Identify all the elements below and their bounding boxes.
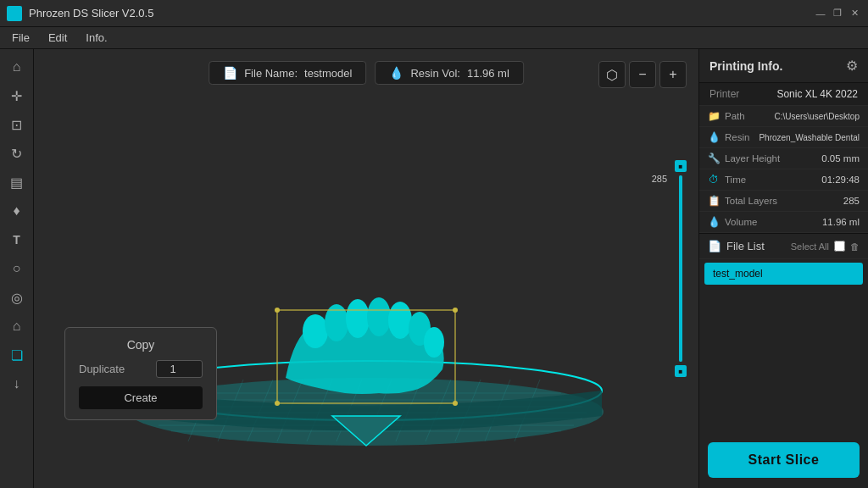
select-all-checkbox[interactable]	[834, 241, 845, 252]
svg-point-25	[367, 297, 391, 336]
time-value: 01:29:48	[821, 175, 860, 185]
build-tool[interactable]: ⌂	[4, 313, 30, 339]
layer-number: 285	[652, 174, 667, 184]
start-slice-button[interactable]: Start Slice	[708, 442, 860, 478]
file-icon: 📄	[223, 66, 237, 80]
total-layers-row: 📋 Total Layers 285	[699, 191, 868, 212]
layers-tool[interactable]: ▤	[4, 169, 30, 195]
file-list-item[interactable]: test_model	[704, 263, 863, 285]
svg-point-24	[346, 299, 370, 338]
copy-popup: Copy Duplicate Create	[64, 327, 217, 420]
printer-row: Printer Sonic XL 4K 2022	[699, 83, 868, 106]
layer-bar	[679, 175, 682, 362]
move-tool[interactable]: ✛	[4, 83, 30, 108]
file-list-header: 📄 File List Select All 🗑	[699, 234, 868, 259]
copy-duplicate-input[interactable]	[156, 360, 203, 378]
file-list-section: 📄 File List Select All 🗑 test_model	[699, 233, 868, 288]
layer-height-icon: 🔧	[708, 152, 720, 164]
resin-info-value: Phrozen_Washable Dental	[759, 133, 860, 142]
printing-info-title: Printing Info.	[709, 59, 782, 73]
left-toolbar: ⌂ ✛ ⊡ ↻ ▤ ♦ T ○ ◎ ⌂ ❏ ↓	[0, 49, 34, 488]
path-icon: 📁	[708, 110, 720, 122]
title-bar: Phrozen DS Slicer V2.0.5 — ❐ ✕	[0, 0, 868, 27]
resin-info-icon: 💧	[708, 131, 720, 143]
right-panel-spacer	[699, 288, 868, 442]
printer-label: Printer	[709, 88, 739, 100]
layer-bar-fill	[679, 175, 682, 362]
copy-tool[interactable]: ❏	[4, 342, 30, 368]
copy-popup-title: Copy	[79, 338, 203, 352]
volume-row: 💧 Volume 11.96 ml	[699, 212, 868, 233]
path-row: 📁 Path C:\Users\user\Desktop	[699, 106, 868, 127]
viewport-info-bar: 📄 File Name: testmodel 💧 Resin Vol: 11.9…	[209, 61, 524, 85]
text-tool[interactable]: T	[4, 227, 30, 252]
maximize-button[interactable]: ❐	[831, 7, 844, 20]
layer-handle-top[interactable]: ■	[675, 160, 687, 172]
file-list-icon: 📄	[708, 240, 721, 252]
settings-icon[interactable]: ⚙	[846, 58, 858, 74]
layer-height-label: Layer Height	[725, 153, 780, 164]
rotate-tool[interactable]: ↻	[4, 141, 30, 166]
layer-height-row: 🔧 Layer Height 0.05 mm	[699, 148, 868, 169]
time-icon: ⏱	[708, 174, 720, 186]
minimize-button[interactable]: —	[814, 7, 827, 20]
svg-point-32	[275, 401, 280, 406]
viewport-controls: ⬡ − +	[598, 61, 687, 88]
menu-info[interactable]: Info.	[77, 30, 115, 46]
zoom-in-button[interactable]: +	[659, 61, 687, 88]
import-tool[interactable]: ↓	[4, 371, 30, 396]
copy-create-button[interactable]: Create	[79, 386, 203, 409]
main-area: ⌂ ✛ ⊡ ↻ ▤ ♦ T ○ ◎ ⌂ ❏ ↓ 📄 File Name: tes…	[0, 49, 868, 488]
layer-height-value: 0.05 mm	[821, 153, 860, 164]
menu-edit[interactable]: Edit	[40, 30, 75, 46]
printer-value: Sonic XL 4K 2022	[776, 88, 858, 100]
copy-duplicate-label: Duplicate	[79, 363, 125, 375]
select-all-label[interactable]: Select All	[791, 241, 829, 252]
info-table: 📁 Path C:\Users\user\Desktop 💧 Resin Phr…	[699, 106, 868, 233]
file-list-title: File List	[726, 240, 765, 252]
svg-point-26	[388, 302, 412, 339]
resin-row: 💧 Resin Phrozen_Washable Dental	[699, 127, 868, 148]
resin-vol-pill: 💧 Resin Vol: 11.96 ml	[375, 61, 523, 85]
svg-point-30	[275, 308, 280, 313]
printing-info-header: Printing Info. ⚙	[699, 49, 868, 83]
view-3d-button[interactable]: ⬡	[598, 61, 626, 88]
svg-point-28	[424, 327, 444, 358]
resin-icon: 💧	[389, 66, 403, 80]
window-controls[interactable]: — ❐ ✕	[814, 7, 861, 20]
circle-tool[interactable]: ○	[4, 256, 30, 281]
ring-tool[interactable]: ◎	[4, 285, 30, 310]
scale-tool[interactable]: ⊡	[4, 112, 30, 137]
layer-handle-bottom[interactable]: ■	[675, 365, 687, 377]
menu-file[interactable]: File	[3, 30, 38, 46]
zoom-out-button[interactable]: −	[629, 61, 656, 88]
title-bar-left: Phrozen DS Slicer V2.0.5	[7, 6, 153, 21]
3d-scene	[34, 49, 698, 488]
file-label: File Name:	[244, 67, 298, 80]
copy-popup-row: Duplicate	[79, 360, 203, 378]
app-title: Phrozen DS Slicer V2.0.5	[29, 7, 153, 19]
path-label: Path	[725, 111, 745, 121]
layer-indicator[interactable]: ■ 285 ■	[675, 160, 687, 377]
viewport: 📄 File Name: testmodel 💧 Resin Vol: 11.9…	[34, 49, 698, 488]
right-panel: Printing Info. ⚙ Printer Sonic XL 4K 202…	[698, 49, 868, 488]
svg-point-33	[453, 401, 458, 406]
time-label: Time	[725, 175, 746, 185]
support-tool[interactable]: ♦	[4, 198, 30, 224]
resin-value: 11.96 ml	[467, 67, 509, 80]
home-tool[interactable]: ⌂	[4, 54, 30, 80]
time-row: ⏱ Time 01:29:48	[699, 169, 868, 191]
total-layers-label: Total Layers	[725, 196, 777, 206]
total-layers-value: 285	[843, 196, 860, 206]
path-value: C:\Users\user\Desktop	[774, 112, 860, 121]
total-layers-icon: 📋	[708, 195, 720, 207]
delete-icon[interactable]: 🗑	[850, 241, 860, 252]
volume-label: Volume	[725, 217, 757, 227]
volume-value: 11.96 ml	[822, 217, 860, 227]
svg-point-22	[303, 314, 328, 348]
svg-point-31	[453, 308, 458, 313]
resin-label: Resin Vol:	[410, 67, 460, 80]
volume-icon: 💧	[708, 216, 720, 228]
menu-bar: File Edit Info.	[0, 27, 868, 49]
close-button[interactable]: ✕	[848, 7, 861, 20]
